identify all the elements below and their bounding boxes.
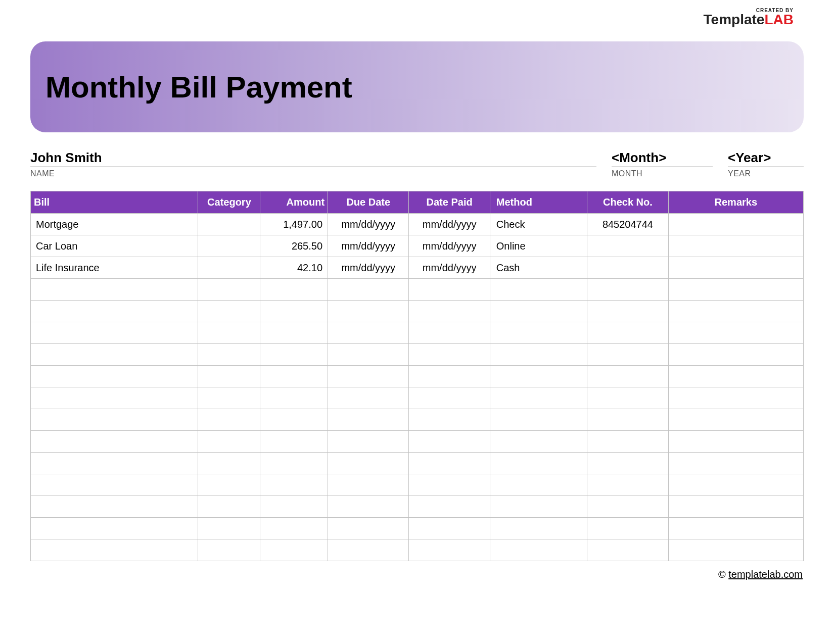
cell-category[interactable] [198,431,260,453]
cell-bill[interactable] [31,539,198,561]
cell-category[interactable] [198,301,260,322]
cell-check-no[interactable] [587,279,668,301]
cell-amount[interactable] [260,344,328,366]
cell-check-no[interactable] [587,235,668,257]
cell-date-paid[interactable] [409,322,490,344]
cell-bill[interactable] [31,301,198,322]
cell-method[interactable] [490,301,587,322]
cell-category[interactable] [198,344,260,366]
cell-category[interactable] [198,214,260,235]
cell-method[interactable] [490,431,587,453]
cell-due-date[interactable] [328,496,409,518]
cell-check-no[interactable] [587,518,668,539]
cell-due-date[interactable] [328,518,409,539]
cell-method[interactable] [490,322,587,344]
cell-bill[interactable]: Car Loan [31,235,198,257]
footer-link[interactable]: templatelab.com [728,569,803,580]
cell-method[interactable] [490,539,587,561]
cell-method[interactable] [490,518,587,539]
cell-category[interactable] [198,474,260,496]
cell-bill[interactable]: Life Insurance [31,257,198,279]
cell-amount[interactable] [260,496,328,518]
cell-remarks[interactable] [668,257,803,279]
cell-bill[interactable] [31,453,198,474]
cell-check-no[interactable] [587,474,668,496]
cell-check-no[interactable] [587,431,668,453]
name-value[interactable]: John Smith [30,150,596,167]
cell-amount[interactable] [260,518,328,539]
cell-due-date[interactable] [328,322,409,344]
cell-method[interactable] [490,474,587,496]
cell-check-no[interactable] [587,409,668,431]
cell-bill[interactable] [31,431,198,453]
cell-due-date[interactable] [328,409,409,431]
cell-date-paid[interactable] [409,344,490,366]
cell-check-no[interactable] [587,387,668,409]
cell-category[interactable] [198,539,260,561]
cell-remarks[interactable] [668,344,803,366]
cell-category[interactable] [198,366,260,387]
cell-due-date[interactable] [328,431,409,453]
cell-amount[interactable] [260,279,328,301]
cell-check-no[interactable] [587,301,668,322]
cell-bill[interactable]: Mortgage [31,214,198,235]
cell-bill[interactable] [31,518,198,539]
cell-due-date[interactable] [328,279,409,301]
cell-bill[interactable] [31,409,198,431]
cell-bill[interactable] [31,279,198,301]
cell-remarks[interactable] [668,453,803,474]
cell-date-paid[interactable] [409,366,490,387]
cell-amount[interactable] [260,322,328,344]
cell-date-paid[interactable]: mm/dd/yyyy [409,257,490,279]
cell-amount[interactable] [260,366,328,387]
cell-amount[interactable] [260,474,328,496]
cell-date-paid[interactable]: mm/dd/yyyy [409,235,490,257]
cell-remarks[interactable] [668,474,803,496]
cell-category[interactable] [198,409,260,431]
cell-category[interactable] [198,279,260,301]
cell-method[interactable] [490,387,587,409]
cell-date-paid[interactable] [409,518,490,539]
cell-due-date[interactable]: mm/dd/yyyy [328,235,409,257]
cell-bill[interactable] [31,387,198,409]
cell-remarks[interactable] [668,431,803,453]
cell-bill[interactable] [31,496,198,518]
cell-category[interactable] [198,257,260,279]
year-value[interactable]: <Year> [728,150,804,167]
cell-method[interactable] [490,409,587,431]
cell-method[interactable]: Cash [490,257,587,279]
cell-category[interactable] [198,496,260,518]
cell-due-date[interactable] [328,344,409,366]
cell-due-date[interactable]: mm/dd/yyyy [328,214,409,235]
cell-amount[interactable] [260,301,328,322]
cell-remarks[interactable] [668,539,803,561]
cell-check-no[interactable] [587,366,668,387]
cell-due-date[interactable]: mm/dd/yyyy [328,257,409,279]
cell-date-paid[interactable] [409,539,490,561]
cell-method[interactable] [490,279,587,301]
cell-date-paid[interactable] [409,453,490,474]
cell-date-paid[interactable]: mm/dd/yyyy [409,214,490,235]
cell-remarks[interactable] [668,279,803,301]
cell-remarks[interactable] [668,366,803,387]
cell-date-paid[interactable] [409,474,490,496]
cell-check-no[interactable]: 845204744 [587,214,668,235]
cell-amount[interactable] [260,453,328,474]
cell-method[interactable] [490,366,587,387]
cell-remarks[interactable] [668,518,803,539]
cell-check-no[interactable] [587,453,668,474]
cell-method[interactable]: Online [490,235,587,257]
cell-category[interactable] [198,387,260,409]
cell-check-no[interactable] [587,496,668,518]
cell-remarks[interactable] [668,496,803,518]
cell-date-paid[interactable] [409,387,490,409]
cell-remarks[interactable] [668,322,803,344]
cell-method[interactable] [490,453,587,474]
cell-check-no[interactable] [587,344,668,366]
cell-date-paid[interactable] [409,431,490,453]
cell-remarks[interactable] [668,214,803,235]
cell-bill[interactable] [31,344,198,366]
cell-date-paid[interactable] [409,496,490,518]
cell-amount[interactable] [260,539,328,561]
cell-category[interactable] [198,235,260,257]
